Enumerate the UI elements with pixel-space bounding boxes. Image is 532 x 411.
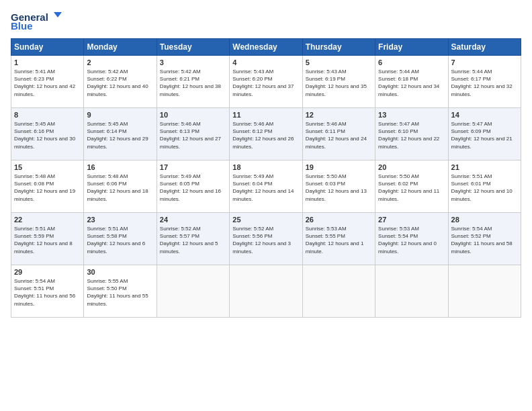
calendar-cell: 17Sunrise: 5:49 AMSunset: 6:05 PMDayligh… <box>157 161 229 213</box>
day-info: Sunrise: 5:53 AMSunset: 5:55 PMDaylight:… <box>306 225 372 255</box>
day-info: Sunrise: 5:47 AMSunset: 6:10 PMDaylight:… <box>378 120 445 150</box>
calendar-cell: 2Sunrise: 5:42 AMSunset: 6:22 PMDaylight… <box>84 56 157 108</box>
day-number: 22 <box>14 216 81 224</box>
calendar-cell: 27Sunrise: 5:53 AMSunset: 5:54 PMDayligh… <box>375 213 448 265</box>
week-row: 1Sunrise: 5:41 AMSunset: 6:23 PMDaylight… <box>11 56 521 108</box>
calendar-cell: 25Sunrise: 5:52 AMSunset: 5:56 PMDayligh… <box>230 213 302 265</box>
day-info: Sunrise: 5:51 AMSunset: 5:59 PMDaylight:… <box>14 225 81 255</box>
day-info: Sunrise: 5:53 AMSunset: 5:54 PMDaylight:… <box>378 225 445 255</box>
calendar-cell: 6Sunrise: 5:44 AMSunset: 6:18 PMDaylight… <box>375 56 448 108</box>
day-info: Sunrise: 5:44 AMSunset: 6:18 PMDaylight:… <box>378 68 445 98</box>
day-number: 25 <box>232 216 299 224</box>
header-row: SundayMondayTuesdayWednesdayThursdayFrid… <box>11 39 521 56</box>
day-number: 17 <box>160 163 226 171</box>
calendar-cell: 15Sunrise: 5:48 AMSunset: 6:08 PMDayligh… <box>11 161 84 213</box>
calendar-cell: 22Sunrise: 5:51 AMSunset: 5:59 PMDayligh… <box>11 213 84 265</box>
calendar-body: 1Sunrise: 5:41 AMSunset: 6:23 PMDaylight… <box>11 56 521 318</box>
day-info: Sunrise: 5:43 AMSunset: 6:19 PMDaylight:… <box>306 68 372 98</box>
calendar-cell: 26Sunrise: 5:53 AMSunset: 5:55 PMDayligh… <box>302 213 375 265</box>
day-number: 6 <box>378 58 445 66</box>
calendar-cell: 7Sunrise: 5:44 AMSunset: 6:17 PMDaylight… <box>448 56 521 108</box>
week-row: 8Sunrise: 5:45 AMSunset: 6:16 PMDaylight… <box>11 108 521 161</box>
calendar-cell: 10Sunrise: 5:46 AMSunset: 6:13 PMDayligh… <box>157 108 229 161</box>
day-number: 30 <box>87 268 153 276</box>
calendar-table: SundayMondayTuesdayWednesdayThursdayFrid… <box>11 38 521 318</box>
calendar-cell: 13Sunrise: 5:47 AMSunset: 6:10 PMDayligh… <box>375 108 448 161</box>
day-info: Sunrise: 5:48 AMSunset: 6:06 PMDaylight:… <box>87 173 153 203</box>
svg-marker-0 <box>54 12 62 17</box>
day-number: 12 <box>306 111 372 119</box>
day-number: 27 <box>378 216 445 224</box>
day-number: 26 <box>306 216 372 224</box>
day-number: 13 <box>378 111 445 119</box>
day-info: Sunrise: 5:41 AMSunset: 6:23 PMDaylight:… <box>14 68 81 98</box>
day-number: 20 <box>378 163 445 171</box>
day-info: Sunrise: 5:42 AMSunset: 6:21 PMDaylight:… <box>160 68 226 98</box>
calendar-cell: 11Sunrise: 5:46 AMSunset: 6:12 PMDayligh… <box>230 108 302 161</box>
day-info: Sunrise: 5:49 AMSunset: 6:05 PMDaylight:… <box>160 173 226 203</box>
calendar-cell: 3Sunrise: 5:42 AMSunset: 6:21 PMDaylight… <box>157 56 229 108</box>
calendar-cell: 30Sunrise: 5:55 AMSunset: 5:50 PMDayligh… <box>84 265 157 318</box>
calendar-cell: 12Sunrise: 5:46 AMSunset: 6:11 PMDayligh… <box>302 108 375 161</box>
day-number: 16 <box>87 163 153 171</box>
calendar-cell: 18Sunrise: 5:49 AMSunset: 6:04 PMDayligh… <box>230 161 302 213</box>
logo-arrow-icon <box>50 11 62 23</box>
header: General Blue <box>11 11 521 32</box>
calendar-cell: 24Sunrise: 5:52 AMSunset: 5:57 PMDayligh… <box>157 213 229 265</box>
day-info: Sunrise: 5:51 AMSunset: 6:01 PMDaylight:… <box>451 173 518 203</box>
day-info: Sunrise: 5:45 AMSunset: 6:16 PMDaylight:… <box>14 120 81 150</box>
day-number: 8 <box>14 111 81 119</box>
day-info: Sunrise: 5:50 AMSunset: 6:02 PMDaylight:… <box>378 173 445 203</box>
day-number: 14 <box>451 111 518 119</box>
day-info: Sunrise: 5:52 AMSunset: 5:56 PMDaylight:… <box>232 225 299 255</box>
col-header-friday: Friday <box>375 39 448 56</box>
day-number: 11 <box>232 111 299 119</box>
calendar-cell: 23Sunrise: 5:51 AMSunset: 5:58 PMDayligh… <box>84 213 157 265</box>
day-number: 3 <box>160 58 226 66</box>
calendar-page: General Blue SundayMondayTuesdayWednesda… <box>0 0 532 411</box>
day-number: 9 <box>87 111 153 119</box>
day-number: 24 <box>160 216 226 224</box>
day-info: Sunrise: 5:49 AMSunset: 6:04 PMDaylight:… <box>232 173 299 203</box>
calendar-cell: 1Sunrise: 5:41 AMSunset: 6:23 PMDaylight… <box>11 56 84 108</box>
calendar-cell: 5Sunrise: 5:43 AMSunset: 6:19 PMDaylight… <box>302 56 375 108</box>
calendar-cell: 28Sunrise: 5:54 AMSunset: 5:52 PMDayligh… <box>448 213 521 265</box>
col-header-sunday: Sunday <box>11 39 84 56</box>
day-info: Sunrise: 5:42 AMSunset: 6:22 PMDaylight:… <box>87 68 153 98</box>
day-info: Sunrise: 5:45 AMSunset: 6:14 PMDaylight:… <box>87 120 153 150</box>
day-number: 15 <box>14 163 81 171</box>
day-number: 21 <box>451 163 518 171</box>
calendar-header: SundayMondayTuesdayWednesdayThursdayFrid… <box>11 39 521 56</box>
day-info: Sunrise: 5:47 AMSunset: 6:09 PMDaylight:… <box>451 120 518 150</box>
calendar-cell: 14Sunrise: 5:47 AMSunset: 6:09 PMDayligh… <box>448 108 521 161</box>
day-info: Sunrise: 5:46 AMSunset: 6:11 PMDaylight:… <box>306 120 372 150</box>
day-number: 4 <box>232 58 299 66</box>
calendar-cell: 29Sunrise: 5:54 AMSunset: 5:51 PMDayligh… <box>11 265 84 318</box>
col-header-thursday: Thursday <box>302 39 375 56</box>
day-number: 1 <box>14 58 81 66</box>
col-header-saturday: Saturday <box>448 39 521 56</box>
col-header-wednesday: Wednesday <box>230 39 302 56</box>
day-info: Sunrise: 5:50 AMSunset: 6:03 PMDaylight:… <box>306 173 372 203</box>
calendar-cell <box>230 265 302 318</box>
calendar-cell: 8Sunrise: 5:45 AMSunset: 6:16 PMDaylight… <box>11 108 84 161</box>
calendar-cell: 9Sunrise: 5:45 AMSunset: 6:14 PMDaylight… <box>84 108 157 161</box>
day-number: 29 <box>14 268 81 276</box>
day-info: Sunrise: 5:51 AMSunset: 5:58 PMDaylight:… <box>87 225 153 255</box>
day-number: 18 <box>232 163 299 171</box>
day-number: 19 <box>306 163 372 171</box>
day-info: Sunrise: 5:54 AMSunset: 5:51 PMDaylight:… <box>14 277 81 308</box>
week-row: 15Sunrise: 5:48 AMSunset: 6:08 PMDayligh… <box>11 161 521 213</box>
day-number: 5 <box>306 58 372 66</box>
day-info: Sunrise: 5:44 AMSunset: 6:17 PMDaylight:… <box>451 68 518 98</box>
logo: General Blue <box>11 11 62 32</box>
week-row: 22Sunrise: 5:51 AMSunset: 5:59 PMDayligh… <box>11 213 521 265</box>
calendar-cell <box>302 265 375 318</box>
calendar-cell: 20Sunrise: 5:50 AMSunset: 6:02 PMDayligh… <box>375 161 448 213</box>
calendar-cell <box>448 265 521 318</box>
calendar-cell: 21Sunrise: 5:51 AMSunset: 6:01 PMDayligh… <box>448 161 521 213</box>
day-info: Sunrise: 5:48 AMSunset: 6:08 PMDaylight:… <box>14 173 81 203</box>
day-info: Sunrise: 5:55 AMSunset: 5:50 PMDaylight:… <box>87 277 153 308</box>
logo-blue: Blue <box>11 20 33 32</box>
day-info: Sunrise: 5:46 AMSunset: 6:13 PMDaylight:… <box>160 120 226 150</box>
